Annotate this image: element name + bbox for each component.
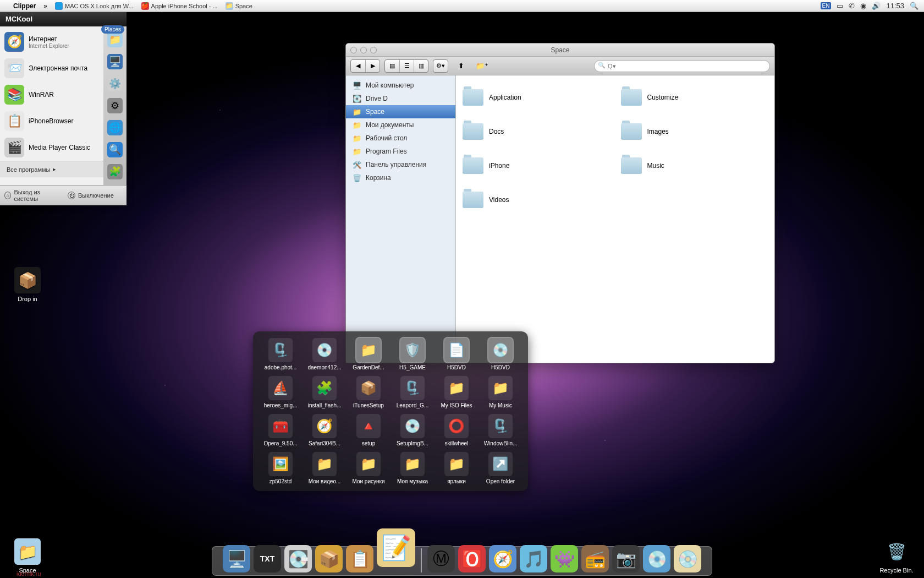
stack-item[interactable]: ↗️Open folder xyxy=(480,452,521,484)
desktop-icon-dropin[interactable]: 📦 Drop in xyxy=(6,267,50,302)
logout-button[interactable]: ⌂Выход из системы xyxy=(0,186,63,205)
sidebar-item[interactable]: 📁Program Files xyxy=(346,145,455,158)
up-button[interactable]: ⬆ xyxy=(453,60,469,72)
stack-item[interactable]: 📁Мои видео... xyxy=(304,452,345,484)
dock-app[interactable]: 🅾️ xyxy=(458,545,486,572)
dock-app[interactable]: 📋 xyxy=(346,545,373,572)
stack-item[interactable]: 🖼️zp502std xyxy=(260,452,301,484)
gear-button[interactable]: ⚙▾ xyxy=(433,60,448,72)
sidebar-item[interactable]: 💽Drive D xyxy=(346,92,455,105)
dock-app[interactable]: 💿 xyxy=(674,545,701,572)
phone-tray-icon[interactable]: ✆ xyxy=(849,2,855,10)
desktop-icon-recycle[interactable]: 🗑️ Recycle Bin. xyxy=(875,538,919,574)
stack-grid: 🗜️adobe.phot...💿daemon412...📁GardenDef..… xyxy=(253,331,528,491)
stack-item[interactable]: 🔺setup xyxy=(348,414,389,446)
view-list-button[interactable]: ☰ xyxy=(399,60,414,72)
finder-content[interactable]: ApplicationCustomizeDocsImagesiPhoneMusi… xyxy=(456,75,774,363)
folder-item[interactable]: Images xyxy=(621,116,768,147)
stack-item[interactable]: ⛵heroes_mig... xyxy=(260,376,301,408)
language-indicator[interactable]: EN xyxy=(821,2,832,9)
dock-app[interactable]: 💽 xyxy=(284,545,312,572)
settings-tray-icon[interactable]: ◉ xyxy=(860,2,866,10)
menubar-right: EN ▭ ✆ ◉ 🔊 11:53 🔍 xyxy=(821,2,924,10)
taskbar-item-3[interactable]: 📁Space xyxy=(226,2,252,10)
view-columns-button[interactable]: ▥ xyxy=(414,60,428,72)
place-search-icon[interactable]: 🔍 xyxy=(107,142,123,157)
stack-item[interactable]: 🧭Safari304B... xyxy=(304,414,345,446)
taskbar-item-2[interactable]: 🍎Apple iPhone School - ... xyxy=(141,2,218,10)
sidebar-item[interactable]: 🗑️Корзина xyxy=(346,171,455,184)
stack-item[interactable]: 💿daemon412... xyxy=(304,338,345,370)
folder-item[interactable]: iPhone xyxy=(463,150,610,181)
clock[interactable]: 11:53 xyxy=(886,2,904,10)
sidebar-item[interactable]: 🖥️Мой компьютер xyxy=(346,79,455,92)
stack-item[interactable]: 📁My Music xyxy=(480,376,521,408)
start-item-mpc[interactable]: 🎬Media Player Classic xyxy=(0,134,103,161)
start-item-iphonebrowser[interactable]: 📋iPhoneBrowser xyxy=(0,108,103,134)
dock-app[interactable]: 📷 xyxy=(612,545,640,572)
spotlight-icon[interactable]: 🔍 xyxy=(910,2,919,10)
folder-item[interactable]: Docs xyxy=(463,116,610,147)
forward-button[interactable]: ▶ xyxy=(365,60,380,72)
stack-item[interactable]: 🗜️WindowBlin... xyxy=(480,414,521,446)
all-programs-button[interactable]: Все программы▸ xyxy=(0,161,103,177)
folder-item[interactable]: Customize xyxy=(621,82,768,113)
sidebar-item[interactable]: 📁Рабочий стол xyxy=(346,132,455,145)
place-settings-icon[interactable]: 🧩 xyxy=(107,164,123,179)
dock-app[interactable]: TXT xyxy=(254,545,281,572)
app-name[interactable]: Clipper xyxy=(13,2,36,10)
place-display-icon[interactable]: 🖥️ xyxy=(107,54,123,69)
dock-app[interactable]: 💿 xyxy=(643,545,670,572)
stack-item[interactable]: 📁Моя музыка xyxy=(392,452,433,484)
stack-item[interactable]: 📦iTunesSetup xyxy=(348,376,389,408)
zoom-button[interactable] xyxy=(370,47,377,53)
place-globe-icon[interactable]: 🌐 xyxy=(107,120,123,135)
dock-app[interactable]: 📦 xyxy=(315,545,343,572)
place-gear-icon[interactable]: ⚙ xyxy=(107,98,123,113)
stack-item[interactable]: 🗜️adobe.phot... xyxy=(260,338,301,370)
stack-item[interactable]: 🗜️Leapord_G... xyxy=(392,376,433,408)
shutdown-button[interactable]: ⏻Выключение xyxy=(63,186,127,205)
sidebar-item[interactable]: 🛠️Панель управления xyxy=(346,158,455,171)
finder-titlebar[interactable]: Space xyxy=(346,43,774,57)
start-item-mail[interactable]: 📨Электронная почта xyxy=(0,55,103,81)
stack-item[interactable]: 🧩install_flash... xyxy=(304,376,345,408)
start-item-internet[interactable]: 🧭ИнтернетInternet Explorer xyxy=(0,29,103,55)
stack-item[interactable]: 🛡️H5_GAME xyxy=(392,338,433,370)
dock-app[interactable]: 🎵 xyxy=(520,545,547,572)
desktop-icon-space[interactable]: 📁 Space xyxy=(6,538,50,574)
stack-item[interactable]: 💿SetupImgB... xyxy=(392,414,433,446)
back-button[interactable]: ◀ xyxy=(351,60,365,72)
stack-item[interactable]: 📁ярлыки xyxy=(436,452,477,484)
place-folder-icon[interactable]: 📁 xyxy=(107,32,123,47)
stack-item[interactable]: 🧰Opera_9.50... xyxy=(260,414,301,446)
dock-app[interactable]: 👾 xyxy=(551,545,578,572)
dock-app[interactable]: 📝 xyxy=(377,528,415,567)
taskbar-item-1[interactable]: 🌐MAC OS X Look для W... xyxy=(55,2,134,10)
stack-item[interactable]: 📁My ISO Files xyxy=(436,376,477,408)
view-icons-button[interactable]: ▤ xyxy=(385,60,399,72)
close-button[interactable] xyxy=(350,47,357,53)
stack-item[interactable]: ⭕skillwheel xyxy=(436,414,477,446)
volume-tray-icon[interactable]: 🔊 xyxy=(872,2,881,10)
display-tray-icon[interactable]: ▭ xyxy=(837,2,843,10)
search-input[interactable] xyxy=(594,60,770,72)
dock-app[interactable]: Ⓜ xyxy=(427,545,455,572)
start-item-winrar[interactable]: 📚WinRAR xyxy=(0,81,103,108)
sidebar-item[interactable]: 📁Space xyxy=(346,105,455,118)
folder-item[interactable]: Application xyxy=(463,82,610,113)
sidebar-item[interactable]: 📁Мои документы xyxy=(346,118,455,132)
new-folder-button[interactable]: 📁⁺ xyxy=(474,60,490,72)
stack-item[interactable]: 💿H5DVD xyxy=(480,338,521,370)
overflow-chevron-icon[interactable]: » xyxy=(43,2,47,10)
folder-item[interactable]: Music xyxy=(621,150,768,181)
dock-app[interactable]: 📻 xyxy=(581,545,609,572)
dock-app[interactable]: 🧭 xyxy=(489,545,516,572)
place-app-icon[interactable]: ⚙️ xyxy=(107,76,123,91)
stack-item[interactable]: 📁Мои рисунки xyxy=(348,452,389,484)
stack-item[interactable]: 📄H5DVD xyxy=(436,338,477,370)
dock-app[interactable]: 🖥️ xyxy=(223,545,250,572)
folder-item[interactable]: Videos xyxy=(463,184,610,215)
minimize-button[interactable] xyxy=(360,47,367,53)
stack-item[interactable]: 📁GardenDef... xyxy=(348,338,389,370)
